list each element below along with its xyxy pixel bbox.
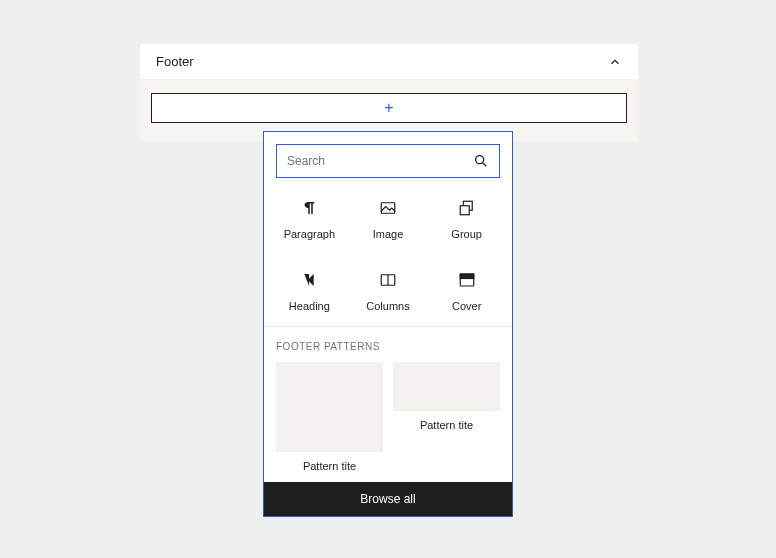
block-label: Image xyxy=(373,228,404,240)
block-label: Paragraph xyxy=(284,228,335,240)
browse-all-button[interactable]: Browse all xyxy=(264,482,512,516)
image-icon xyxy=(378,198,398,218)
plus-icon: + xyxy=(384,99,393,117)
block-image[interactable]: Image xyxy=(349,194,428,244)
footer-panel: Footer + xyxy=(140,44,638,141)
block-label: Group xyxy=(451,228,482,240)
pattern-item[interactable]: Pattern tite xyxy=(276,362,383,472)
panel-title: Footer xyxy=(156,54,194,69)
block-label: Cover xyxy=(452,300,481,312)
svg-line-1 xyxy=(483,163,487,167)
block-inserter-popover: Paragraph Image Group Heading Columns xyxy=(263,131,513,517)
columns-icon xyxy=(378,270,398,290)
search-icon xyxy=(473,153,489,169)
patterns-grid: Pattern tite Pattern tite xyxy=(276,362,500,472)
block-heading[interactable]: Heading xyxy=(270,266,349,316)
paragraph-icon xyxy=(299,198,319,218)
svg-rect-8 xyxy=(460,274,474,279)
add-block-button[interactable]: + xyxy=(151,93,627,123)
block-label: Columns xyxy=(366,300,409,312)
svg-point-0 xyxy=(476,156,484,164)
pattern-preview xyxy=(276,362,383,452)
block-paragraph[interactable]: Paragraph xyxy=(270,194,349,244)
search-wrap xyxy=(264,132,512,190)
svg-rect-4 xyxy=(460,206,469,215)
pattern-title: Pattern tite xyxy=(303,460,356,472)
cover-icon xyxy=(457,270,477,290)
block-group[interactable]: Group xyxy=(427,194,506,244)
block-label: Heading xyxy=(289,300,330,312)
pattern-preview xyxy=(393,362,500,411)
search-field[interactable] xyxy=(276,144,500,178)
group-icon xyxy=(457,198,477,218)
panel-header[interactable]: Footer xyxy=(140,44,638,79)
search-input[interactable] xyxy=(287,154,473,168)
block-columns[interactable]: Columns xyxy=(349,266,428,316)
patterns-heading: FOOTER PATTERNS xyxy=(276,341,500,352)
block-grid: Paragraph Image Group Heading Columns xyxy=(264,190,512,326)
pattern-title: Pattern tite xyxy=(420,419,473,431)
patterns-section: FOOTER PATTERNS Pattern tite Pattern tit… xyxy=(264,327,512,482)
chevron-up-icon xyxy=(608,55,622,69)
heading-icon xyxy=(299,270,319,290)
pattern-item[interactable]: Pattern tite xyxy=(393,362,500,431)
block-cover[interactable]: Cover xyxy=(427,266,506,316)
